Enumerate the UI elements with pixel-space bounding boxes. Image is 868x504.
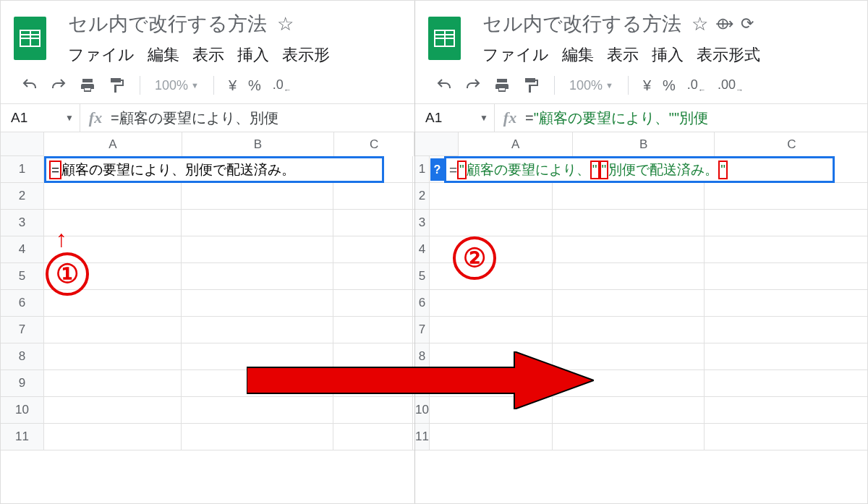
cell[interactable] bbox=[430, 183, 553, 209]
cell[interactable] bbox=[705, 370, 868, 396]
cell[interactable] bbox=[430, 210, 553, 236]
cell[interactable] bbox=[333, 317, 413, 343]
cell[interactable] bbox=[44, 317, 182, 343]
cell[interactable] bbox=[553, 290, 705, 316]
col-header-c[interactable]: C bbox=[334, 132, 414, 156]
col-header-a[interactable]: A bbox=[459, 132, 573, 156]
cell[interactable] bbox=[705, 236, 868, 262]
cell[interactable] bbox=[333, 263, 413, 289]
row-header[interactable]: 7 bbox=[1, 317, 43, 343]
cell[interactable] bbox=[182, 236, 333, 262]
star-icon[interactable]: ☆ bbox=[277, 13, 294, 35]
menu-edit[interactable]: 編集 bbox=[148, 44, 179, 66]
decimal-inc-button[interactable]: .00→ bbox=[718, 77, 744, 94]
menu-format[interactable]: 表示形 bbox=[282, 44, 330, 66]
row-header[interactable]: 5 bbox=[415, 263, 429, 290]
undo-icon[interactable] bbox=[435, 77, 453, 94]
menu-insert[interactable]: 挿入 bbox=[652, 44, 684, 66]
cell[interactable] bbox=[705, 317, 868, 343]
select-all-corner[interactable] bbox=[415, 132, 459, 156]
cell[interactable] bbox=[44, 397, 182, 423]
decimal-dec-button[interactable]: .0← bbox=[273, 77, 292, 94]
move-icon[interactable]: ⟴ bbox=[715, 14, 733, 33]
cell[interactable] bbox=[553, 236, 705, 262]
row-header[interactable]: 11 bbox=[415, 424, 429, 450]
row-header[interactable]: 4 bbox=[1, 236, 43, 263]
row-header[interactable]: 7 bbox=[415, 317, 429, 343]
row-header[interactable]: 2 bbox=[1, 183, 43, 210]
menu-insert[interactable]: 挿入 bbox=[237, 44, 269, 66]
doc-title[interactable]: セル内で改行する方法 bbox=[482, 11, 681, 37]
menu-file[interactable]: ファイル bbox=[68, 44, 135, 66]
cell[interactable] bbox=[333, 210, 413, 236]
row-header[interactable]: 10 bbox=[1, 397, 43, 424]
menu-edit[interactable]: 編集 bbox=[562, 44, 594, 66]
move-icon[interactable]: ⠀ bbox=[301, 14, 312, 33]
cell[interactable] bbox=[705, 290, 868, 316]
cell[interactable] bbox=[705, 263, 868, 289]
row-header[interactable]: 2 bbox=[415, 183, 429, 210]
row-header[interactable]: 4 bbox=[415, 236, 429, 263]
cell[interactable] bbox=[182, 183, 333, 209]
percent-button[interactable]: % bbox=[663, 77, 676, 94]
col-header-b[interactable]: B bbox=[573, 132, 715, 156]
cell[interactable] bbox=[553, 183, 705, 209]
row-header[interactable]: 6 bbox=[1, 290, 43, 317]
row-header[interactable]: 6 bbox=[415, 290, 429, 317]
row-header[interactable]: 8 bbox=[1, 343, 43, 370]
formula-input[interactable]: =顧客の要望により、別便 bbox=[111, 108, 414, 128]
cell[interactable] bbox=[705, 424, 868, 450]
row-header[interactable]: 3 bbox=[1, 210, 43, 236]
col-header-b[interactable]: B bbox=[182, 132, 335, 156]
currency-button[interactable]: ¥ bbox=[229, 77, 237, 94]
cell[interactable] bbox=[553, 210, 705, 236]
cloud-icon[interactable]: ⟳ bbox=[741, 14, 754, 33]
col-header-c[interactable]: C bbox=[715, 132, 868, 156]
menu-file[interactable]: ファイル bbox=[482, 44, 549, 66]
cell[interactable] bbox=[705, 343, 868, 370]
doc-title[interactable]: セル内で改行する方法 bbox=[68, 11, 267, 37]
name-box[interactable]: A1▼ bbox=[1, 104, 80, 132]
row-header[interactable]: 1 bbox=[1, 156, 43, 183]
row-header[interactable]: 5 bbox=[1, 263, 43, 290]
zoom-select[interactable]: 100% ▼ bbox=[155, 78, 199, 93]
redo-icon[interactable] bbox=[50, 77, 67, 94]
print-icon[interactable] bbox=[493, 77, 511, 94]
cell[interactable] bbox=[430, 424, 553, 450]
cell[interactable] bbox=[705, 397, 868, 423]
formula-help-icon[interactable]: ? bbox=[430, 158, 444, 181]
cell[interactable] bbox=[44, 343, 182, 370]
cell[interactable] bbox=[44, 183, 182, 209]
col-header-a[interactable]: A bbox=[44, 132, 182, 156]
formula-input[interactable]: ="顧客の要望により、""別便 bbox=[525, 108, 868, 128]
paint-format-icon[interactable] bbox=[108, 77, 125, 94]
cell[interactable] bbox=[333, 236, 413, 262]
cell[interactable] bbox=[182, 263, 333, 289]
print-icon[interactable] bbox=[79, 77, 96, 94]
cell[interactable] bbox=[44, 424, 182, 450]
decimal-dec-button[interactable]: .0← bbox=[687, 77, 706, 94]
row-header[interactable]: 11 bbox=[1, 424, 43, 450]
cell[interactable] bbox=[430, 317, 553, 343]
active-cell-edit[interactable]: =顧客の要望により、別便で配送済み。 bbox=[44, 156, 384, 183]
cell[interactable] bbox=[333, 424, 413, 450]
select-all-corner[interactable] bbox=[1, 132, 44, 156]
menu-view[interactable]: 表示 bbox=[607, 44, 639, 66]
cell[interactable] bbox=[553, 317, 705, 343]
cell[interactable] bbox=[182, 424, 333, 450]
cell[interactable] bbox=[182, 210, 333, 236]
cell[interactable] bbox=[553, 424, 705, 450]
cell[interactable] bbox=[333, 183, 413, 209]
cell[interactable] bbox=[44, 370, 182, 396]
currency-button[interactable]: ¥ bbox=[643, 77, 651, 94]
cell[interactable] bbox=[182, 317, 333, 343]
row-header[interactable]: 3 bbox=[415, 210, 429, 236]
cell[interactable] bbox=[430, 290, 553, 316]
cell[interactable] bbox=[553, 263, 705, 289]
active-cell-edit[interactable]: ? ="顧客の要望により、""別便で配送済み。" bbox=[444, 156, 835, 183]
menu-view[interactable]: 表示 bbox=[192, 44, 224, 66]
paint-format-icon[interactable] bbox=[522, 77, 540, 94]
row-header[interactable]: 1 bbox=[415, 156, 429, 183]
percent-button[interactable]: % bbox=[248, 77, 261, 94]
cell[interactable] bbox=[705, 210, 868, 236]
